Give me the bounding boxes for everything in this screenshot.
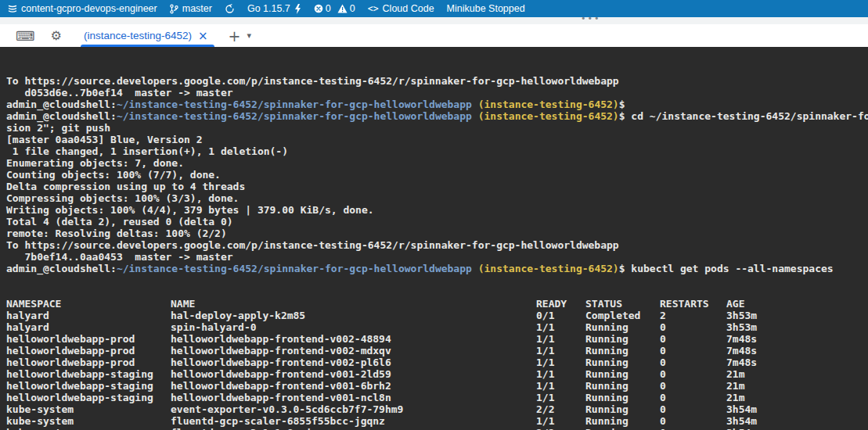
pods-cell: Running [585, 345, 660, 357]
terminal-line: To https://source.developers.google.com/… [6, 75, 868, 87]
warnings-group: 0 [337, 3, 355, 14]
pods-cell: 2/2 [536, 427, 585, 430]
error-count: 0 [326, 3, 331, 14]
sync-button[interactable] [225, 4, 235, 14]
pods-cell: fluentd-gcp-scaler-6855f55bcc-jgqnz [171, 415, 536, 427]
pods-cell: helloworldwebapp-staging [6, 380, 171, 392]
terminal-tab-instance-testing-6452[interactable]: (instance-testing-6452) × [82, 24, 216, 47]
pods-table-row: helloworldwebapp-prodhelloworldwebapp-fr… [6, 357, 868, 368]
pods-cell: 0 [660, 403, 726, 415]
pods-cell: helloworldwebapp-frontend-v002-pl6l6 [171, 357, 536, 368]
pods-header-cell: READY [536, 298, 585, 310]
pods-cell: 0 [660, 392, 726, 403]
pods-cell: Running [585, 357, 660, 368]
pods-cell: helloworldwebapp-frontend-v001-ncl8n [171, 392, 536, 403]
error-icon [314, 4, 323, 13]
problems-indicator[interactable]: 0 0 [314, 3, 355, 14]
pods-cell: Running [585, 380, 660, 392]
pods-cell: 2/2 [536, 403, 585, 415]
pods-cell: 3h54m [726, 403, 757, 415]
keyboard-icon[interactable]: ⌨ [16, 28, 35, 44]
terminal-line: 1 file changed, 1 insertion(+), 1 deleti… [6, 145, 868, 157]
minikube-status: Minikube Stopped [447, 3, 525, 14]
pods-cell: helloworldwebapp-frontend-v001-6brh2 [171, 380, 536, 392]
terminal-line: Delta compression using up to 4 threads [6, 181, 868, 192]
pods-cell: 0 [660, 333, 726, 345]
pods-table-row: helloworldwebapp-staginghelloworldwebapp… [6, 368, 868, 380]
warning-count: 0 [350, 3, 355, 14]
pods-cell: 3h53m [726, 310, 757, 321]
terminal-line: Total 4 (delta 2), reused 0 (delta 0) [6, 216, 868, 228]
code-brackets-icon: <> [368, 3, 379, 14]
lightning-icon [294, 4, 301, 14]
terminal-output[interactable]: To https://source.developers.google.com/… [0, 47, 868, 430]
pods-cell: 2 [660, 310, 726, 321]
pods-table-row: kube-systemevent-exporter-v0.3.0-5cd6ccb… [6, 403, 868, 415]
pods-cell: helloworldwebapp-frontend-v002-mdxqv [171, 345, 536, 357]
pods-cell: hal-deploy-apply-k2m85 [171, 310, 536, 321]
pods-cell: Running [585, 403, 660, 415]
terminal-lines: To https://source.developers.google.com/… [6, 75, 868, 274]
terminal-line: Writing objects: 100% (4/4), 379 bytes |… [6, 204, 868, 216]
pods-cell: Running [585, 392, 660, 403]
minikube-indicator[interactable]: Minikube Stopped [447, 3, 525, 14]
pods-header-cell: AGE [726, 298, 744, 310]
pods-cell: helloworldwebapp-frontend-v001-2ld59 [171, 368, 536, 380]
git-branch-indicator[interactable]: master [170, 3, 212, 14]
pods-cell: helloworldwebapp-staging [6, 368, 171, 380]
terminal-line: admin_@cloudshell:~/instance-testing-645… [6, 99, 868, 110]
panel-divider: ••• [0, 17, 868, 24]
pods-table-row: helloworldwebapp-prodhelloworldwebapp-fr… [6, 333, 868, 345]
pods-cell: event-exporter-v0.3.0-5cd6ccb7f7-79hm9 [171, 403, 536, 415]
terminal-settings-gear-icon[interactable]: ⚙ [51, 28, 62, 43]
pods-cell: 0 [660, 345, 726, 357]
terminal-line: Compressing objects: 100% (3/3), done. [6, 192, 868, 204]
pods-cell: 0 [660, 427, 726, 430]
pods-cell: 1/1 [536, 357, 585, 368]
pods-cell: 21m [726, 392, 744, 403]
pods-cell: 1/1 [536, 345, 585, 357]
terminal-tab-label: (instance-testing-6452) [84, 30, 192, 41]
pods-header-cell: NAME [171, 298, 536, 310]
new-terminal-tab-button[interactable]: + [229, 27, 241, 45]
terminal-line: Enumerating objects: 7, done. [6, 157, 868, 169]
pods-table-row: kube-systemfluentd-gcp-scaler-6855f55bcc… [6, 415, 868, 427]
project-indicator[interactable]: content-gcpro-devops-engineer [8, 3, 157, 14]
go-version-indicator[interactable]: Go 1.15.7 [247, 3, 301, 14]
pods-table-row: halyardhal-deploy-apply-k2m850/1Complete… [6, 310, 868, 321]
pods-cell: 1/1 [536, 415, 585, 427]
pods-cell: 21m [726, 368, 744, 380]
terminal-line: remote: Resolving deltas: 100% (2/2) [6, 228, 868, 239]
cloud-code-indicator[interactable]: <> Cloud Code [368, 3, 434, 14]
pods-cell: 3h54m [726, 415, 757, 427]
pods-cell: 0/1 [536, 310, 585, 321]
pods-header-cell: STATUS [585, 298, 660, 310]
pods-table-row: helloworldwebapp-staginghelloworldwebapp… [6, 380, 868, 392]
pods-cell: kube-system [6, 415, 171, 427]
pods-cell: fluentd-gcp-v3.1.1-8gnjm [171, 427, 536, 430]
pods-cell: 0 [660, 415, 726, 427]
pods-cell: kube-system [6, 403, 171, 415]
database-stack-icon [8, 4, 17, 13]
terminal-line: [master 0aa0453] Blue, Version 2 [6, 134, 868, 145]
terminal-line: 7b0ef14..0aa0453 master -> master [6, 251, 868, 263]
terminal-line: admin_@cloudshell:~/instance-testing-645… [6, 110, 868, 122]
panel-drag-handle-icon[interactable]: ••• [581, 14, 600, 23]
terminal-line: d053d6e..7b0ef14 master -> master [6, 87, 868, 99]
pods-header-cell: NAMESPACE [6, 298, 171, 310]
pods-cell: Running [585, 333, 660, 345]
pods-cell: 0 [660, 368, 726, 380]
pods-cell: 1/1 [536, 380, 585, 392]
pods-header-cell: RESTARTS [660, 298, 726, 310]
tab-close-icon[interactable]: × [198, 29, 208, 43]
terminal-line: Counting objects: 100% (7/7), done. [6, 169, 868, 181]
pods-cell: 1/1 [536, 392, 585, 403]
pods-cell: 1/1 [536, 333, 585, 345]
pods-cell: helloworldwebapp-prod [6, 345, 171, 357]
errors-group: 0 [314, 3, 331, 14]
pods-cell: 7m48s [726, 345, 757, 357]
warning-icon [337, 4, 348, 13]
pods-cell: 0 [660, 380, 726, 392]
new-tab-chevron-down-icon[interactable]: ▾ [247, 30, 251, 41]
pods-cell: helloworldwebapp-prod [6, 357, 171, 368]
